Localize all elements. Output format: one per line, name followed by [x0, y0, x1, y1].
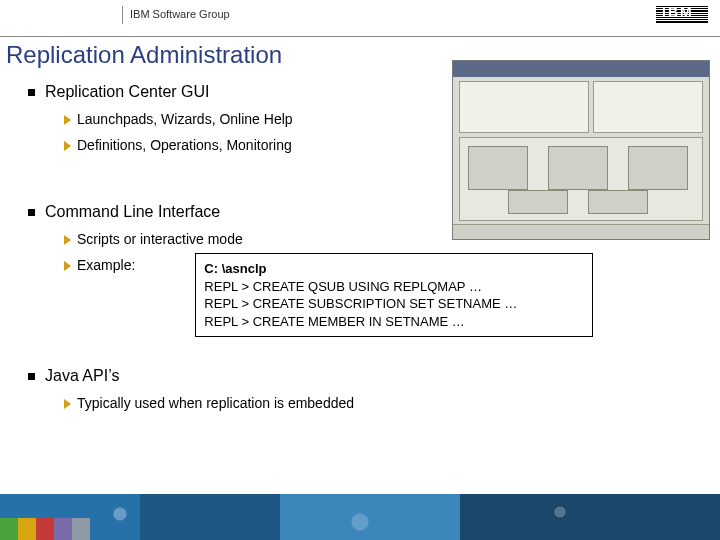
triangle-bullet-icon: [64, 141, 71, 151]
triangle-bullet-icon: [64, 115, 71, 125]
triangle-bullet-icon: [64, 235, 71, 245]
code-line: REPL > CREATE QSUB USING REPLQMAP …: [204, 278, 584, 296]
sub-bullet-row: Typically used when replication is embed…: [64, 395, 710, 411]
sub-bullet-text: Definitions, Operations, Monitoring: [77, 137, 292, 153]
section-heading: Java API’s: [45, 367, 119, 385]
swatch-green: [0, 518, 18, 540]
triangle-bullet-icon: [64, 261, 71, 271]
section-heading-row: Replication Center GUI: [28, 83, 710, 101]
square-bullet-icon: [28, 373, 35, 380]
triangle-bullet-icon: [64, 399, 71, 409]
square-bullet-icon: [28, 209, 35, 216]
footer-overlay: [0, 494, 720, 540]
section-heading: Replication Center GUI: [45, 83, 210, 101]
sub-bullet-row: Launchpads, Wizards, Online Help: [64, 111, 710, 127]
sub-bullet-row: Definitions, Operations, Monitoring: [64, 137, 710, 153]
ibm-logo: IBM: [656, 6, 708, 26]
header-divider: [122, 6, 123, 24]
swatch-yellow: [18, 518, 36, 540]
swatch-red: [36, 518, 54, 540]
sub-bullet-text: Scripts or interactive mode: [77, 231, 243, 247]
square-bullet-icon: [28, 89, 35, 96]
example-row: Example: C: \asnclp REPL > CREATE QSUB U…: [64, 257, 710, 337]
code-line: REPL > CREATE MEMBER IN SETNAME …: [204, 313, 584, 331]
section-heading-row: Command Line Interface: [28, 203, 710, 221]
swatch-grey: [72, 518, 90, 540]
code-line: C: \asnclp: [204, 260, 584, 278]
slide-footer: [0, 494, 720, 540]
example-label: Example:: [77, 257, 135, 273]
footer-color-swatches: [0, 494, 90, 540]
code-line: REPL > CREATE SUBSCRIPTION SET SETNAME …: [204, 295, 584, 313]
section-heading-row: Java API’s: [28, 367, 710, 385]
slide-header: IBM Software Group IBM: [0, 0, 720, 34]
header-group-label: IBM Software Group: [130, 8, 230, 20]
code-example-box: C: \asnclp REPL > CREATE QSUB USING REPL…: [195, 253, 593, 337]
sub-bullet-text: Typically used when replication is embed…: [77, 395, 354, 411]
sub-bullet-row: Scripts or interactive mode: [64, 231, 710, 247]
section-heading: Command Line Interface: [45, 203, 220, 221]
sub-bullet-text: Launchpads, Wizards, Online Help: [77, 111, 293, 127]
ibm-logo-text: IBM: [662, 4, 694, 20]
swatch-purple: [54, 518, 72, 540]
